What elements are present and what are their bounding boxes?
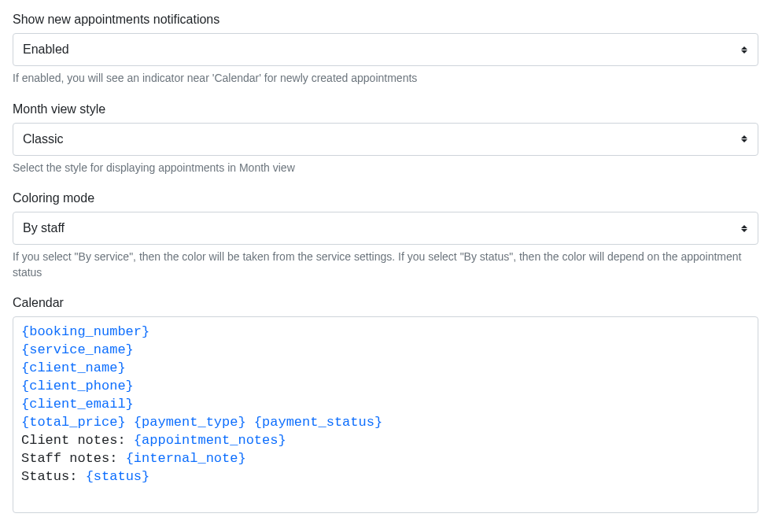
calendar-label: Calendar xyxy=(13,296,758,310)
template-text xyxy=(246,415,254,430)
template-token: {total_price} xyxy=(21,415,126,430)
monthview-select-wrapper: Classic xyxy=(13,123,758,156)
coloring-help: If you select "By service", then the col… xyxy=(13,249,758,280)
coloring-select-wrapper: By staff xyxy=(13,212,758,245)
monthview-setting: Month view style Classic Select the styl… xyxy=(13,102,758,176)
monthview-help: Select the style for displaying appointm… xyxy=(13,161,758,176)
template-token: {client_email} xyxy=(21,397,134,412)
template-text xyxy=(126,415,134,430)
monthview-label: Month view style xyxy=(13,102,758,116)
template-token: {client_name} xyxy=(21,360,126,375)
coloring-select[interactable]: By staff xyxy=(13,212,758,245)
template-line: Staff notes: {internal_note} xyxy=(21,450,750,468)
template-token: {status} xyxy=(86,469,150,484)
template-token: {service_name} xyxy=(21,342,134,357)
notifications-setting: Show new appointments notifications Enab… xyxy=(13,13,758,87)
calendar-template-editor[interactable]: {booking_number}{service_name}{client_na… xyxy=(13,316,758,513)
notifications-select[interactable]: Enabled xyxy=(13,33,758,66)
template-line: Client notes: {appointment_notes} xyxy=(21,432,750,450)
template-line: {booking_number} xyxy=(21,323,750,342)
template-line: {client_phone} xyxy=(21,378,750,396)
template-token: {client_phone} xyxy=(21,379,134,393)
template-line: {client_name} xyxy=(21,360,750,378)
template-text: Client notes: xyxy=(21,433,134,448)
template-line: Status: {status} xyxy=(21,468,750,486)
template-line: {service_name} xyxy=(21,342,750,360)
notifications-label: Show new appointments notifications xyxy=(13,13,758,27)
template-token: {appointment_notes} xyxy=(134,433,286,448)
template-token: {payment_type} xyxy=(134,415,246,430)
template-token: {payment_status} xyxy=(254,415,382,430)
template-line: {client_email} xyxy=(21,396,750,414)
template-text: Staff notes: xyxy=(21,451,126,466)
template-line: {total_price} {payment_type} {payment_st… xyxy=(21,414,750,432)
notifications-help: If enabled, you will see an indicator ne… xyxy=(13,71,758,87)
template-token: {internal_note} xyxy=(126,451,246,466)
template-text: Status: xyxy=(21,469,86,484)
calendar-setting: Calendar {booking_number}{service_name}{… xyxy=(13,296,758,513)
notifications-select-wrapper: Enabled xyxy=(13,33,758,66)
coloring-label: Coloring mode xyxy=(13,191,758,205)
coloring-setting: Coloring mode By staff If you select "By… xyxy=(13,191,758,280)
template-token: {booking_number} xyxy=(21,324,149,339)
monthview-select[interactable]: Classic xyxy=(13,123,758,156)
